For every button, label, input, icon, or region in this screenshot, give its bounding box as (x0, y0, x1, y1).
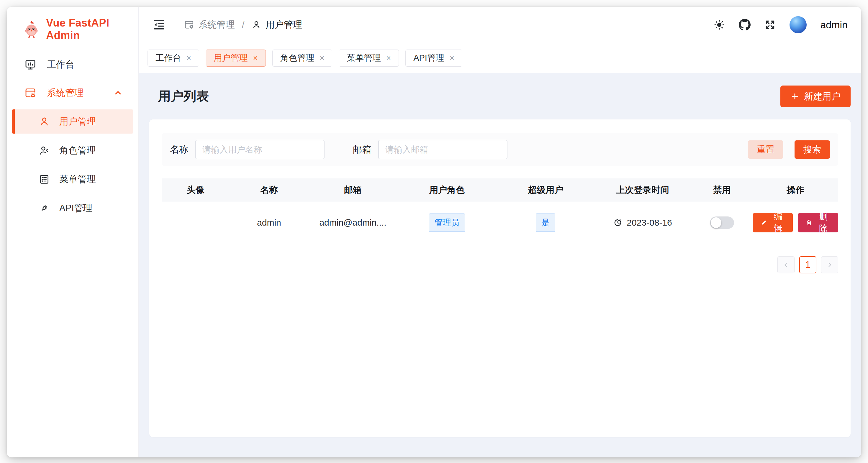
delete-label: 删除 (816, 211, 831, 234)
chevron-left-icon (782, 261, 789, 268)
last-login: 2023-08-16 (613, 218, 672, 228)
sidebar-item-workbench[interactable]: 工作台 (12, 53, 133, 76)
chick-logo-icon (23, 20, 40, 39)
last-login-date: 2023-08-16 (627, 218, 672, 228)
breadcrumb-item-system[interactable]: 系统管理 (184, 19, 235, 31)
page-header: 用户列表 新建用户 (149, 73, 850, 120)
plus-icon (790, 92, 799, 101)
role-badge: 管理员 (429, 213, 465, 232)
app-window: Vue FastAPI Admin 工作台 系统管理 (7, 7, 861, 457)
name-filter-input[interactable] (195, 140, 324, 159)
user-icon (39, 116, 50, 127)
avatar-cell (162, 202, 229, 243)
search-button[interactable]: 搜索 (795, 140, 830, 159)
breadcrumb: 系统管理 / 用户管理 (184, 19, 302, 31)
email-cell: admin@admin.... (309, 202, 397, 243)
close-icon[interactable]: × (320, 54, 324, 63)
tab-user-management[interactable]: 用户管理 × (206, 49, 266, 67)
breadcrumb-label: 用户管理 (266, 19, 302, 31)
content-area: 用户列表 新建用户 名称 邮箱 重置 搜索 (139, 73, 861, 457)
table-row: admin admin@admin.... 管理员 是 (162, 202, 838, 243)
breadcrumb-label: 系统管理 (198, 19, 235, 31)
app-logo[interactable]: Vue FastAPI Admin (7, 7, 138, 52)
tabbar: 工作台 × 用户管理 × 角色管理 × 菜单管理 × API管理 × (139, 43, 861, 73)
sidebar-item-label: 系统管理 (47, 87, 84, 99)
create-user-button[interactable]: 新建用户 (780, 86, 850, 107)
column-header-role: 用户角色 (397, 178, 497, 202)
menu-fold-icon[interactable] (152, 18, 166, 32)
next-page-button[interactable] (821, 256, 838, 273)
chevron-up-icon (113, 88, 123, 98)
create-user-label: 新建用户 (804, 90, 841, 103)
topbar: 系统管理 / 用户管理 (139, 7, 861, 43)
column-header-superuser: 超级用户 (497, 178, 594, 202)
pencil-icon (761, 219, 767, 227)
query-bar: 名称 邮箱 重置 搜索 (162, 133, 838, 166)
tab-label: API管理 (413, 52, 444, 64)
sidebar-item-system[interactable]: 系统管理 (12, 81, 133, 105)
user-icon (251, 20, 261, 30)
menu-list-icon (39, 174, 50, 185)
tab-label: 菜单管理 (347, 52, 381, 64)
prev-page-button[interactable] (777, 256, 795, 273)
close-icon[interactable]: × (450, 54, 454, 63)
tab-menu-management[interactable]: 菜单管理 × (339, 49, 399, 67)
delete-button[interactable]: 删除 (798, 213, 838, 232)
disabled-cell (691, 202, 753, 243)
sidebar: Vue FastAPI Admin 工作台 系统管理 (7, 7, 139, 457)
page-1-button[interactable]: 1 (799, 256, 816, 273)
user-list-card: 名称 邮箱 重置 搜索 头像 名称 邮箱 用户角色 超级用户 (149, 120, 850, 437)
trash-icon (806, 219, 812, 227)
user-table: 头像 名称 邮箱 用户角色 超级用户 上次登录时间 禁用 操作 admin ad… (162, 178, 838, 243)
github-icon[interactable] (739, 19, 751, 31)
edit-button[interactable]: 编辑 (753, 213, 793, 232)
close-icon[interactable]: × (186, 54, 191, 63)
actions-cell: 编辑 删除 (753, 202, 838, 243)
edit-label: 编辑 (771, 211, 785, 234)
toggle-knob (711, 217, 721, 228)
sidebar-item-role-management[interactable]: 角色管理 (12, 138, 133, 163)
role-icon (39, 145, 50, 156)
sidebar-item-menu-management[interactable]: 菜单管理 (12, 167, 133, 191)
tab-role-management[interactable]: 角色管理 × (272, 49, 333, 67)
column-header-last-login: 上次登录时间 (594, 178, 691, 202)
username[interactable]: admin (820, 19, 848, 31)
sidebar-menu: 工作台 系统管理 用户管理 (7, 52, 138, 457)
pagination: 1 (162, 256, 838, 273)
sidebar-item-label: 角色管理 (59, 144, 96, 157)
app-title: Vue FastAPI Admin (46, 17, 138, 41)
column-header-name: 名称 (229, 178, 309, 202)
user-avatar[interactable] (789, 16, 807, 33)
column-header-disabled: 禁用 (691, 178, 753, 202)
sidebar-item-user-management[interactable]: 用户管理 (12, 109, 133, 134)
reset-button[interactable]: 重置 (748, 140, 783, 159)
close-icon[interactable]: × (386, 54, 391, 63)
name-cell: admin (229, 202, 309, 243)
name-filter-label: 名称 (170, 143, 188, 156)
email-filter-input[interactable] (378, 140, 507, 159)
tab-api-management[interactable]: API管理 × (405, 49, 462, 67)
sidebar-item-api-management[interactable]: API管理 (12, 196, 133, 220)
last-login-cell: 2023-08-16 (594, 202, 691, 243)
system-settings-icon (184, 20, 194, 30)
superuser-cell: 是 (497, 202, 594, 243)
theme-sun-icon[interactable] (713, 19, 725, 31)
tab-label: 用户管理 (214, 52, 248, 64)
sidebar-item-label: 用户管理 (59, 115, 96, 128)
column-header-email: 邮箱 (309, 178, 397, 202)
fullscreen-icon[interactable] (764, 19, 776, 31)
clock-history-icon (613, 218, 623, 227)
close-icon[interactable]: × (253, 54, 258, 63)
disabled-toggle[interactable] (710, 217, 734, 229)
tab-workbench[interactable]: 工作台 × (148, 49, 199, 67)
sidebar-item-label: 菜单管理 (59, 173, 96, 186)
role-cell: 管理员 (397, 202, 497, 243)
topbar-actions: admin (713, 16, 848, 33)
system-settings-icon (25, 87, 36, 99)
email-filter-label: 邮箱 (353, 143, 371, 156)
tab-label: 角色管理 (280, 52, 314, 64)
breadcrumb-item-user[interactable]: 用户管理 (251, 19, 302, 31)
column-header-actions: 操作 (753, 178, 838, 202)
main-area: 系统管理 / 用户管理 (139, 7, 861, 457)
chevron-right-icon (826, 261, 833, 268)
